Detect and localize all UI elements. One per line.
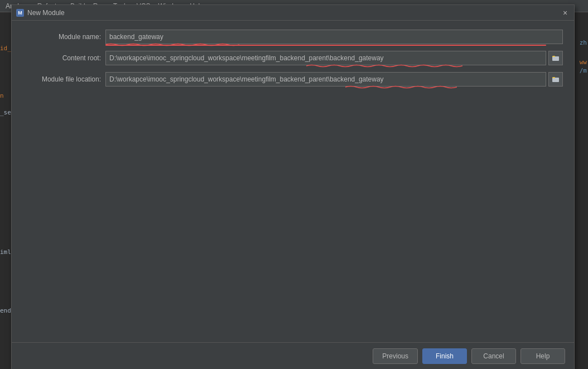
dialog-titlebar: M New Module ×	[12, 5, 574, 21]
module-name-row: Module name:	[23, 30, 563, 44]
module-name-label: Module name:	[23, 33, 101, 41]
dialog-close-button[interactable]: ×	[561, 8, 570, 17]
module-file-location-input[interactable]	[105, 72, 546, 87]
left-snippet-2: n	[0, 92, 4, 99]
dialog-content: Module name: Content root:	[12, 21, 574, 102]
module-file-location-input-wrapper	[105, 72, 563, 87]
dialog-title-area: M New Module	[16, 9, 65, 17]
module-name-input-wrapper	[105, 30, 563, 44]
folder-icon	[552, 54, 560, 62]
dialog-footer: Previous Finish Cancel Help	[12, 342, 574, 369]
svg-rect-0	[552, 56, 559, 61]
right-snippet-3: /m	[580, 67, 588, 74]
module-name-input[interactable]	[105, 30, 563, 44]
content-root-input[interactable]	[105, 51, 546, 65]
right-snippet-2: ww	[580, 59, 588, 66]
content-root-input-wrapper	[105, 51, 563, 65]
dialog-module-icon: M	[16, 9, 24, 17]
content-root-browse-button[interactable]	[548, 51, 563, 65]
cancel-button[interactable]: Cancel	[471, 348, 516, 364]
module-file-location-label: Module file location:	[23, 75, 101, 83]
finish-button[interactable]: Finish	[422, 348, 467, 364]
module-file-location-row: Module file location:	[23, 72, 563, 87]
folder-icon-2	[552, 75, 560, 83]
help-button[interactable]: Help	[520, 348, 565, 364]
dialog-empty-area	[12, 102, 574, 342]
right-snippet-1: zh	[580, 39, 588, 46]
previous-button[interactable]: Previous	[373, 348, 418, 364]
dialog-title-text: New Module	[27, 9, 65, 17]
svg-rect-1	[552, 78, 559, 82]
module-file-location-browse-button[interactable]	[548, 72, 563, 87]
content-root-label: Content root:	[23, 54, 101, 62]
dialog-new-module: M New Module × Module name: Content root…	[11, 4, 575, 369]
left-snippet-5: end	[0, 307, 11, 314]
left-snippet-4: iml	[0, 248, 11, 256]
content-root-row: Content root:	[23, 51, 563, 65]
